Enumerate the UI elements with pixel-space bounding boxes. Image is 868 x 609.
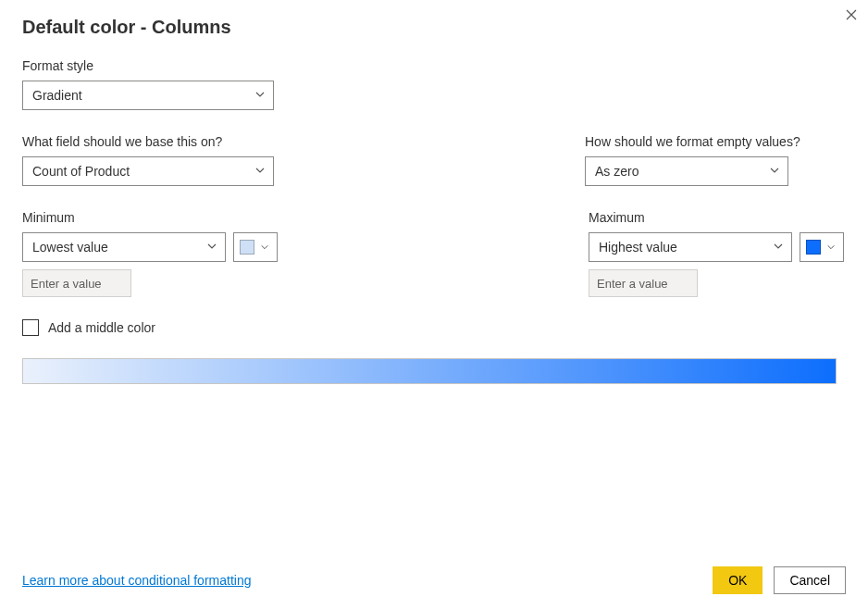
- maximum-label: Maximum: [589, 210, 844, 225]
- minimum-select[interactable]: Lowest value: [22, 232, 226, 262]
- base-field-value: Count of Product: [32, 164, 130, 179]
- chevron-down-icon: [260, 240, 269, 255]
- base-field-select[interactable]: Count of Product: [22, 156, 274, 186]
- middle-color-checkbox[interactable]: [22, 319, 39, 336]
- gradient-preview: [22, 358, 837, 384]
- empty-values-label: How should we format empty values?: [585, 134, 800, 149]
- learn-more-link[interactable]: Learn more about conditional formatting: [22, 573, 251, 588]
- minimum-color-swatch: [240, 240, 254, 255]
- minimum-color-picker[interactable]: [233, 232, 278, 262]
- maximum-value-input[interactable]: [589, 269, 698, 297]
- chevron-down-icon: [254, 164, 266, 179]
- maximum-select[interactable]: Highest value: [589, 232, 792, 262]
- ok-button[interactable]: OK: [713, 566, 763, 594]
- minimum-label: Minimum: [22, 210, 278, 225]
- empty-values-select[interactable]: As zero: [585, 156, 788, 186]
- middle-color-label: Add a middle color: [48, 320, 155, 335]
- chevron-down-icon: [769, 164, 780, 179]
- cancel-button[interactable]: Cancel: [774, 566, 846, 594]
- maximum-value: Highest value: [599, 240, 677, 255]
- maximum-color-swatch: [806, 240, 821, 255]
- chevron-down-icon: [206, 240, 217, 255]
- maximum-color-picker[interactable]: [800, 232, 844, 262]
- close-icon: [846, 9, 857, 20]
- format-style-value: Gradient: [32, 88, 82, 103]
- format-style-label: Format style: [22, 58, 846, 73]
- minimum-value: Lowest value: [32, 240, 108, 255]
- chevron-down-icon: [254, 88, 266, 103]
- base-field-label: What field should we base this on?: [22, 134, 274, 149]
- minimum-value-input[interactable]: [22, 269, 131, 297]
- close-button[interactable]: [846, 9, 857, 20]
- dialog-title: Default color - Columns: [22, 17, 846, 38]
- chevron-down-icon: [773, 240, 784, 255]
- chevron-down-icon: [826, 240, 836, 255]
- format-style-select[interactable]: Gradient: [22, 81, 274, 110]
- empty-values-value: As zero: [595, 164, 639, 179]
